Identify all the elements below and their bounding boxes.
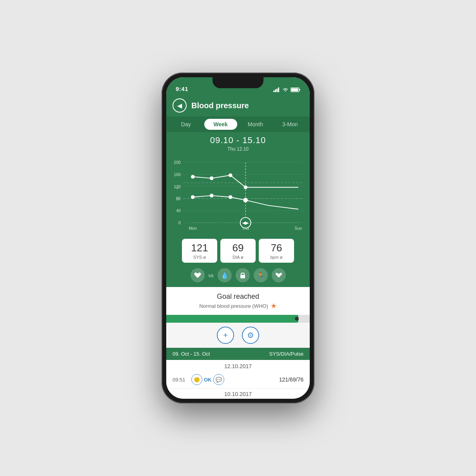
chart-svg: 200 160 120 80 40 0 ☆ ☆ [170,155,306,233]
svg-point-22 [210,176,214,180]
tab-3mon[interactable]: 3-Mon [274,119,307,130]
list-header: 09. Oct - 15. Oct SYS/DIA/Pulse [166,348,310,360]
stat-dia: 69 DIA ø [220,239,256,263]
stat-bpm: 76 bpm ø [259,239,294,263]
svg-text:200: 200 [174,160,181,165]
status-time: 9:41 [176,85,188,92]
svg-text:Mon: Mon [189,226,197,231]
page-title: Blood pressure [191,101,249,110]
goal-title: Goal reached [173,293,303,301]
progress-bar-container [166,313,310,323]
svg-point-21 [191,175,195,179]
phone-frame: 9:41 [162,73,314,403]
svg-text:0: 0 [178,220,181,225]
status-icons [273,87,300,92]
dia-label: DIA ø [228,255,248,260]
add-button[interactable]: + [217,327,234,344]
chart-container[interactable]: 200 160 120 80 40 0 ☆ ☆ [166,155,310,233]
app-header: ◀ Blood pressure [166,94,310,116]
vs-row: vs 💧 🏃 [166,267,310,287]
list-section: 12.10.2017 09:51 🙂 OK 💬 121/69/76 10.10.… [166,360,310,399]
svg-rect-39 [240,275,245,278]
add-icon: + [223,331,228,340]
vs-text: vs [209,273,214,278]
svg-text:◀▶: ◀▶ [242,220,249,225]
tab-week[interactable]: Week [204,119,238,130]
svg-rect-1 [275,89,276,92]
list-columns: SYS/DIA/Pulse [269,351,303,357]
phone-screen: 9:41 [166,77,310,399]
tab-month[interactable]: Month [239,119,272,130]
table-row[interactable]: 09:51 🙂 OK 💬 121/69/76 [166,371,310,389]
entry-time: 09:51 [173,377,188,383]
lock-icon[interactable] [236,268,250,282]
sys-value: 121 [190,242,209,254]
run-icon[interactable]: 🏃 [254,268,268,282]
heart-icon[interactable] [272,268,286,282]
phone-notch [213,77,263,88]
entry-icons: 🙂 OK 💬 [191,374,224,385]
svg-point-27 [229,195,233,199]
goal-section: Goal reached Normal blood pressure (WHO)… [166,287,310,313]
back-icon: ◀ [177,102,182,109]
water-icon[interactable]: 💧 [218,268,232,282]
bpm-label: bpm ø [267,255,286,260]
svg-point-26 [210,194,214,198]
tabs-row: Day Week Month 3-Mon [166,116,310,132]
date-divider-2: 10.10.2017 [166,389,310,399]
chat-icon[interactable]: 💬 [213,374,224,385]
back-button[interactable]: ◀ [173,98,187,113]
stat-sys: 121 SYS ø [182,239,217,263]
date-sub: Thu 12.10 [166,146,310,152]
svg-text:☆: ☆ [175,196,180,202]
list-date-range: 09. Oct - 15. Oct [173,351,210,357]
settings-icon: ⚙ [247,331,254,340]
svg-point-25 [191,195,195,199]
signal-icon [273,87,280,92]
ok-label: OK [204,377,212,383]
smiley-icon[interactable]: 🙂 [191,374,202,385]
svg-rect-0 [273,91,274,92]
bpm-value: 76 [267,242,286,254]
goal-star-icon: ★ [271,302,277,310]
entry-value: 121/69/76 [279,376,303,383]
settings-button[interactable]: ⚙ [242,327,259,344]
sys-label: SYS ø [190,255,209,260]
svg-rect-3 [278,87,279,92]
svg-text:Sun: Sun [294,226,302,231]
svg-text:160: 160 [174,172,181,177]
dia-value: 69 [228,242,248,254]
svg-rect-5 [300,89,300,91]
date-divider-1: 12.10.2017 [166,360,310,371]
chart-section: 09.10 - 15.10 Thu 12.10 200 160 120 80 4… [166,132,310,235]
heartbeat-icon[interactable] [191,268,205,282]
action-row: + ⚙ [166,323,310,348]
date-range: 09.10 - 15.10 [166,135,310,145]
progress-fill [166,315,298,323]
goal-subtitle: Normal blood pressure (WHO) ★ [173,302,303,310]
battery-icon [291,87,300,92]
svg-rect-2 [276,89,278,92]
tab-day[interactable]: Day [169,119,203,130]
progress-track [166,315,310,323]
svg-text:40: 40 [176,208,181,213]
stats-row: 121 SYS ø 69 DIA ø 76 bpm ø [166,235,310,267]
wifi-icon [282,87,289,92]
svg-text:☆: ☆ [175,185,180,191]
progress-dot [295,317,299,321]
svg-rect-6 [291,89,298,91]
svg-point-23 [229,173,233,177]
